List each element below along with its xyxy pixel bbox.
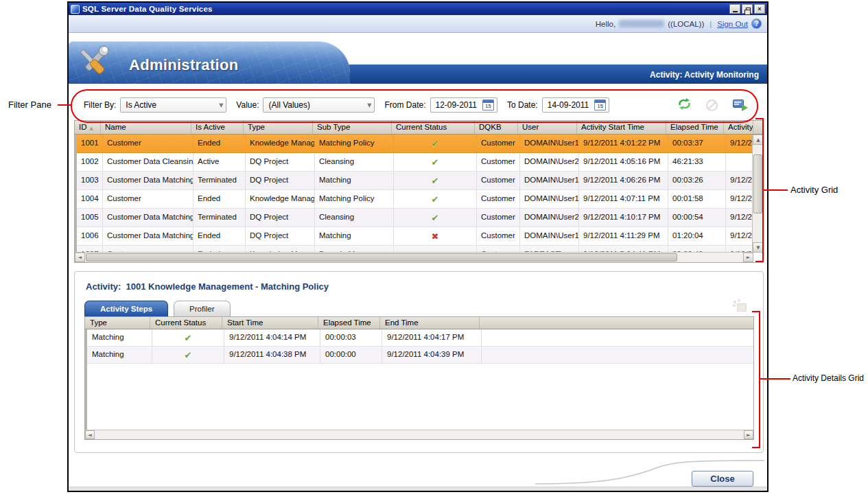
- status-error-icon: ✖: [432, 231, 439, 242]
- details-tabs: Activity StepsProfiler: [84, 301, 231, 317]
- from-date-value: 12-09-2011: [436, 100, 478, 110]
- calendar-icon[interactable]: 15: [594, 100, 606, 110]
- scrollbar-thumb[interactable]: [753, 154, 762, 213]
- cell-is_active: Ended: [193, 227, 246, 245]
- column-header-current-status[interactable]: Current Status: [150, 317, 222, 329]
- cell-end_time: 9/12/2011 4:04:17 PM: [382, 329, 482, 346]
- cell-type: Knowledge Management: [246, 190, 315, 208]
- app-icon: [71, 5, 80, 14]
- column-header-activity-start-time[interactable]: Activity Start Time: [577, 121, 666, 134]
- cell-user: FAREAST\: [520, 246, 579, 252]
- filter-by-select[interactable]: Is Active ▼: [120, 97, 226, 113]
- scroll-left-icon[interactable]: ◄: [85, 430, 95, 439]
- cell-elapsed: 01:20:04: [668, 227, 726, 245]
- details-grid-header: TypeCurrent StatusStart TimeElapsed Time…: [85, 317, 753, 329]
- details-title: Activity: 1001 Knowledge Management - Ma…: [86, 281, 329, 292]
- table-row[interactable]: 1004CustomerEndedKnowledge ManagementMat…: [77, 190, 753, 209]
- scroll-down-icon[interactable]: ▼: [753, 242, 764, 253]
- scroll-up-icon[interactable]: ▲: [753, 135, 764, 145]
- cell-is_active: Terminated: [193, 172, 246, 189]
- cell-status: ✔: [394, 190, 477, 208]
- title-bar[interactable]: SQL Server Data Quality Services ×: [69, 3, 767, 15]
- minimize-button[interactable]: [729, 4, 740, 14]
- user-bar: Hello, ((LOCAL)) | Sign Out ?: [69, 15, 767, 33]
- table-row[interactable]: 1005Customer Data MatchingTerminatedDQ P…: [77, 209, 753, 227]
- column-header-type[interactable]: Type: [244, 121, 313, 134]
- column-header-sub-type[interactable]: Sub Type: [313, 121, 392, 134]
- close-window-button[interactable]: ×: [754, 4, 765, 14]
- details-activity-value: 1001 Knowledge Management - Matching Pol…: [126, 281, 329, 292]
- status-ok-icon: ✔: [185, 333, 192, 343]
- export-icon[interactable]: [733, 100, 747, 110]
- app-window: SQL Server Data Quality Services × Hello…: [67, 1, 769, 492]
- cell-start_time: 9/12/2011 4:11:29 PM: [579, 227, 668, 245]
- status-ok-icon: ✔: [432, 194, 439, 205]
- column-header-elapsed-time[interactable]: Elapsed Time: [318, 317, 380, 329]
- scroll-left-icon[interactable]: ◄: [75, 253, 85, 262]
- from-date-label: From Date:: [384, 100, 425, 110]
- column-header-id[interactable]: ID▲: [75, 121, 101, 134]
- activity-grid-body: 1001CustomerEndedKnowledge ManagementMat…: [75, 135, 753, 253]
- help-icon[interactable]: ?: [751, 19, 762, 29]
- restore-button[interactable]: [742, 4, 753, 14]
- close-button[interactable]: Close: [692, 471, 753, 487]
- cell-elapsed: 00:00:54: [668, 209, 726, 226]
- profiler-icon-disabled: [737, 303, 747, 312]
- cell-name: Customer: [103, 135, 193, 152]
- column-header-is-active[interactable]: Is Active: [191, 121, 244, 134]
- horizontal-scrollbar[interactable]: ◄ ►: [75, 252, 753, 262]
- calendar-icon[interactable]: 15: [482, 100, 494, 110]
- column-header-dqkb[interactable]: DQKB: [475, 121, 518, 134]
- export-icon-line: [734, 104, 739, 105]
- tools-icon: [74, 43, 117, 86]
- table-row[interactable]: Matching✔9/12/2011 4:04:14 PM00:00:039/1…: [87, 329, 753, 347]
- column-header-start-time[interactable]: Start Time: [222, 317, 318, 329]
- column-header-activity[interactable]: Activity: [724, 121, 753, 134]
- hello-label: Hello,: [596, 20, 615, 28]
- sign-out-link[interactable]: Sign Out: [717, 20, 748, 28]
- annotation-activity-details-grid-label: Activity Details Grid: [793, 373, 864, 383]
- table-row[interactable]: 1006Customer Data MatchingEndedDQ Projec…: [77, 227, 753, 246]
- cell-end_time: 9/12/20: [726, 190, 753, 208]
- scroll-right-icon[interactable]: ►: [743, 253, 753, 262]
- column-header-name[interactable]: Name: [101, 121, 191, 134]
- cell-start_time: 9/12/2011 4:06:26 PM: [579, 172, 668, 189]
- refresh-icon[interactable]: [678, 98, 691, 112]
- vertical-scrollbar[interactable]: ▲ ▼: [752, 135, 763, 253]
- activity-grid-header: ID▲NameIs ActiveTypeSub TypeCurrent Stat…: [75, 121, 763, 135]
- export-icon-arrow: [742, 104, 748, 111]
- cell-end_time: 9/12/2011 4:04:39 PM: [382, 347, 482, 363]
- chevron-down-icon: ▼: [215, 102, 223, 108]
- activity-breadcrumb: Activity: Activity Monitoring: [650, 70, 759, 80]
- to-date-field[interactable]: 14-09-2011 15: [542, 97, 610, 113]
- cell-status: ✔: [394, 246, 477, 252]
- value-select[interactable]: (All Values) ▼: [263, 97, 375, 113]
- scrollbar-thumb[interactable]: [86, 253, 677, 261]
- details-grid-body: Matching✔9/12/2011 4:04:14 PM00:00:039/1…: [85, 329, 753, 430]
- column-header-current-status[interactable]: Current Status: [392, 121, 475, 134]
- column-header-type[interactable]: Type: [85, 317, 150, 329]
- cell-type: Knowledge Management: [246, 135, 315, 152]
- table-row[interactable]: 1003Customer Data MatchingTerminatedDQ P…: [77, 172, 753, 190]
- tab-activity-steps[interactable]: Activity Steps: [84, 301, 168, 317]
- status-ok-icon: ✔: [432, 176, 439, 186]
- cell-status: ✔: [394, 153, 477, 171]
- tab-profiler[interactable]: Profiler: [174, 301, 230, 317]
- restore-icon: [746, 8, 751, 12]
- table-row[interactable]: Matching✔9/12/2011 4:04:38 PM00:00:009/1…: [87, 347, 753, 364]
- column-header-elapsed-time[interactable]: Elapsed Time: [666, 121, 724, 134]
- from-date-field[interactable]: 12-09-2011 15: [430, 97, 498, 113]
- filter-by-value: Is Active: [126, 100, 156, 110]
- table-row[interactable]: 1001CustomerEndedKnowledge ManagementMat…: [77, 135, 753, 153]
- cell-sub_type: Matching Policy: [315, 135, 394, 152]
- cell-elapsed: 00:03:37: [668, 135, 726, 152]
- horizontal-scrollbar[interactable]: ◄ ►: [85, 430, 753, 439]
- cell-is_active: Ended: [193, 246, 246, 252]
- calendar-icon-header: [595, 100, 605, 103]
- column-header-end-time[interactable]: End Time: [380, 317, 480, 329]
- column-header-user[interactable]: User: [518, 121, 577, 134]
- table-row[interactable]: 1002Customer Data CleansingActiveDQ Proj…: [77, 153, 753, 172]
- cell-elapsed: 00:00:00: [320, 347, 382, 363]
- scroll-right-icon[interactable]: ►: [744, 430, 753, 439]
- cell-id: 1003: [77, 172, 103, 189]
